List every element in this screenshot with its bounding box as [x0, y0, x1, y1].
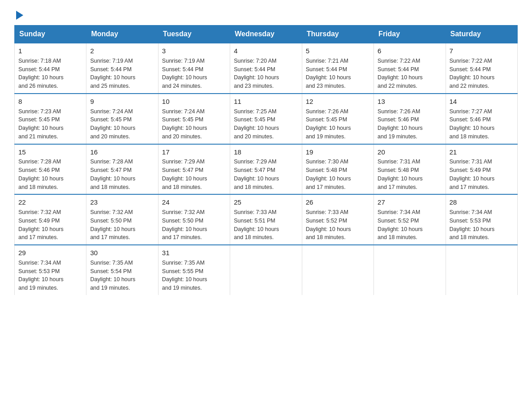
day-info: Sunrise: 7:30 AMSunset: 5:48 PMDaylight:…: [306, 158, 370, 191]
day-number: 4: [234, 46, 298, 56]
day-info: Sunrise: 7:35 AMSunset: 5:54 PMDaylight:…: [90, 259, 154, 292]
day-number: 7: [450, 46, 514, 56]
day-number: 17: [162, 147, 226, 157]
day-number: 21: [450, 147, 514, 157]
calendar-day-header: Tuesday: [158, 26, 230, 43]
day-info: Sunrise: 7:24 AMSunset: 5:45 PMDaylight:…: [90, 107, 154, 141]
day-number: 2: [90, 46, 154, 56]
calendar-cell: 12 Sunrise: 7:26 AMSunset: 5:45 PMDaylig…: [302, 94, 373, 144]
calendar-cell: 17 Sunrise: 7:29 AMSunset: 5:47 PMDaylig…: [158, 144, 230, 195]
calendar-cell: 22 Sunrise: 7:32 AMSunset: 5:49 PMDaylig…: [15, 194, 86, 245]
calendar-day-header: Wednesday: [230, 26, 302, 43]
calendar-cell: 28 Sunrise: 7:34 AMSunset: 5:53 PMDaylig…: [446, 194, 517, 245]
day-number: 23: [90, 197, 154, 207]
day-number: 29: [18, 248, 82, 258]
day-info: Sunrise: 7:32 AMSunset: 5:50 PMDaylight:…: [90, 208, 154, 242]
day-number: 8: [18, 97, 82, 107]
day-info: Sunrise: 7:33 AMSunset: 5:51 PMDaylight:…: [234, 208, 298, 242]
day-info: Sunrise: 7:28 AMSunset: 5:46 PMDaylight:…: [18, 158, 82, 191]
day-info: Sunrise: 7:21 AMSunset: 5:44 PMDaylight:…: [306, 57, 370, 90]
day-info: Sunrise: 7:32 AMSunset: 5:49 PMDaylight:…: [18, 208, 82, 242]
day-number: 13: [378, 97, 442, 107]
day-number: 16: [90, 147, 154, 157]
calendar-cell: 14 Sunrise: 7:27 AMSunset: 5:46 PMDaylig…: [446, 94, 517, 144]
calendar-cell: 18 Sunrise: 7:29 AMSunset: 5:47 PMDaylig…: [230, 144, 302, 195]
calendar-cell: [230, 245, 302, 295]
calendar-cell: 24 Sunrise: 7:32 AMSunset: 5:50 PMDaylig…: [158, 194, 230, 245]
day-number: 25: [234, 197, 298, 207]
calendar-week-row: 15 Sunrise: 7:28 AMSunset: 5:46 PMDaylig…: [15, 144, 518, 195]
calendar-cell: 2 Sunrise: 7:19 AMSunset: 5:44 PMDayligh…: [86, 43, 158, 94]
calendar-day-header: Saturday: [446, 26, 517, 43]
calendar-cell: 15 Sunrise: 7:28 AMSunset: 5:46 PMDaylig…: [15, 144, 86, 195]
day-number: 11: [234, 97, 298, 107]
calendar-cell: 16 Sunrise: 7:28 AMSunset: 5:47 PMDaylig…: [86, 144, 158, 195]
day-info: Sunrise: 7:18 AMSunset: 5:44 PMDaylight:…: [18, 57, 82, 90]
calendar-cell: 5 Sunrise: 7:21 AMSunset: 5:44 PMDayligh…: [302, 43, 373, 94]
calendar-cell: 3 Sunrise: 7:19 AMSunset: 5:44 PMDayligh…: [158, 43, 230, 94]
calendar-header-row: SundayMondayTuesdayWednesdayThursdayFrid…: [15, 26, 518, 43]
day-number: 12: [306, 97, 370, 107]
calendar-day-header: Friday: [374, 26, 446, 43]
day-info: Sunrise: 7:29 AMSunset: 5:47 PMDaylight:…: [162, 158, 226, 191]
day-number: 19: [306, 147, 370, 157]
calendar-cell: 31 Sunrise: 7:35 AMSunset: 5:55 PMDaylig…: [158, 245, 230, 295]
day-info: Sunrise: 7:22 AMSunset: 5:44 PMDaylight:…: [378, 57, 442, 90]
calendar-cell: 29 Sunrise: 7:34 AMSunset: 5:53 PMDaylig…: [15, 245, 86, 295]
calendar-cell: 8 Sunrise: 7:23 AMSunset: 5:45 PMDayligh…: [15, 94, 86, 144]
day-number: 27: [378, 197, 442, 207]
calendar-day-header: Thursday: [302, 26, 373, 43]
day-info: Sunrise: 7:19 AMSunset: 5:44 PMDaylight:…: [162, 57, 226, 90]
day-number: 24: [162, 197, 226, 207]
calendar-day-header: Sunday: [15, 26, 86, 43]
logo-line1: [14, 11, 23, 20]
calendar-cell: 1 Sunrise: 7:18 AMSunset: 5:44 PMDayligh…: [15, 43, 86, 94]
calendar-cell: 6 Sunrise: 7:22 AMSunset: 5:44 PMDayligh…: [374, 43, 446, 94]
calendar-cell: 4 Sunrise: 7:20 AMSunset: 5:44 PMDayligh…: [230, 43, 302, 94]
day-number: 10: [162, 97, 226, 107]
day-number: 30: [90, 248, 154, 258]
calendar-cell: 21 Sunrise: 7:31 AMSunset: 5:49 PMDaylig…: [446, 144, 517, 195]
day-number: 14: [450, 97, 514, 107]
day-number: 3: [162, 46, 226, 56]
day-number: 20: [378, 147, 442, 157]
page-header: [14, 11, 518, 18]
logo: [14, 11, 23, 18]
calendar-cell: 20 Sunrise: 7:31 AMSunset: 5:48 PMDaylig…: [374, 144, 446, 195]
day-info: Sunrise: 7:31 AMSunset: 5:49 PMDaylight:…: [450, 158, 514, 191]
calendar-week-row: 1 Sunrise: 7:18 AMSunset: 5:44 PMDayligh…: [15, 43, 518, 94]
calendar-week-row: 29 Sunrise: 7:34 AMSunset: 5:53 PMDaylig…: [15, 245, 518, 295]
day-info: Sunrise: 7:20 AMSunset: 5:44 PMDaylight:…: [234, 57, 298, 90]
calendar-week-row: 22 Sunrise: 7:32 AMSunset: 5:49 PMDaylig…: [15, 194, 518, 245]
day-number: 9: [90, 97, 154, 107]
calendar-cell: 11 Sunrise: 7:25 AMSunset: 5:45 PMDaylig…: [230, 94, 302, 144]
day-info: Sunrise: 7:31 AMSunset: 5:48 PMDaylight:…: [378, 158, 442, 191]
calendar-day-header: Monday: [86, 26, 158, 43]
day-info: Sunrise: 7:26 AMSunset: 5:46 PMDaylight:…: [378, 107, 442, 141]
day-number: 26: [306, 197, 370, 207]
day-info: Sunrise: 7:28 AMSunset: 5:47 PMDaylight:…: [90, 158, 154, 191]
day-info: Sunrise: 7:27 AMSunset: 5:46 PMDaylight:…: [450, 107, 514, 141]
day-number: 15: [18, 147, 82, 157]
day-info: Sunrise: 7:19 AMSunset: 5:44 PMDaylight:…: [90, 57, 154, 90]
calendar-cell: 7 Sunrise: 7:22 AMSunset: 5:44 PMDayligh…: [446, 43, 517, 94]
day-info: Sunrise: 7:26 AMSunset: 5:45 PMDaylight:…: [306, 107, 370, 141]
day-info: Sunrise: 7:34 AMSunset: 5:53 PMDaylight:…: [450, 208, 514, 242]
day-number: 6: [378, 46, 442, 56]
day-info: Sunrise: 7:32 AMSunset: 5:50 PMDaylight:…: [162, 208, 226, 242]
day-number: 18: [234, 147, 298, 157]
calendar-cell: [446, 245, 517, 295]
calendar-cell: 25 Sunrise: 7:33 AMSunset: 5:51 PMDaylig…: [230, 194, 302, 245]
logo-arrow-icon: [16, 11, 23, 20]
day-number: 28: [450, 197, 514, 207]
calendar-week-row: 8 Sunrise: 7:23 AMSunset: 5:45 PMDayligh…: [15, 94, 518, 144]
day-number: 1: [18, 46, 82, 56]
calendar-cell: [302, 245, 373, 295]
day-info: Sunrise: 7:35 AMSunset: 5:55 PMDaylight:…: [162, 259, 226, 292]
calendar-cell: 26 Sunrise: 7:33 AMSunset: 5:52 PMDaylig…: [302, 194, 373, 245]
calendar-cell: 30 Sunrise: 7:35 AMSunset: 5:54 PMDaylig…: [86, 245, 158, 295]
day-number: 22: [18, 197, 82, 207]
day-info: Sunrise: 7:29 AMSunset: 5:47 PMDaylight:…: [234, 158, 298, 191]
day-info: Sunrise: 7:33 AMSunset: 5:52 PMDaylight:…: [306, 208, 370, 242]
day-info: Sunrise: 7:24 AMSunset: 5:45 PMDaylight:…: [162, 107, 226, 141]
